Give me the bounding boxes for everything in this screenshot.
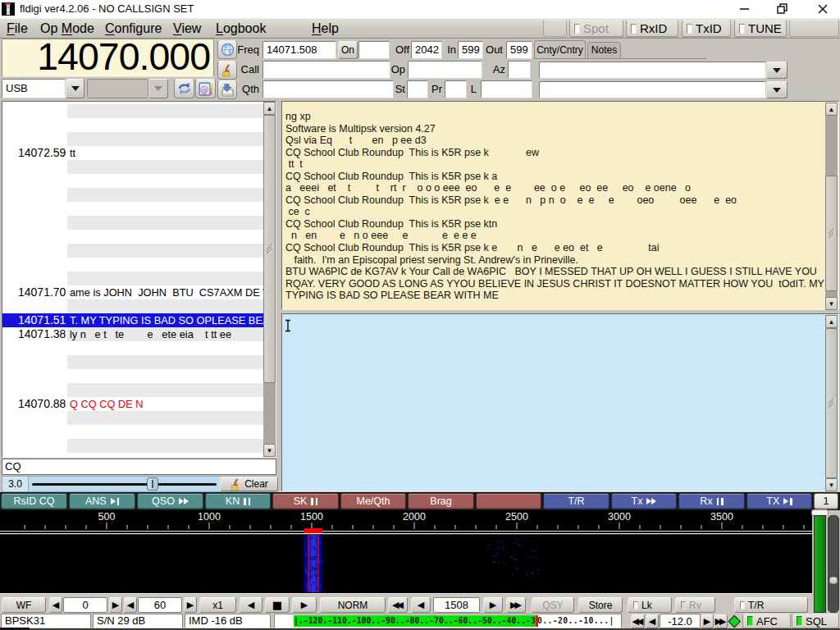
vfo-frequency-display[interactable]: 14070.000: [2, 39, 214, 77]
qth-input[interactable]: [262, 80, 394, 98]
macro-blank-button[interactable]: [476, 493, 541, 509]
carrier-frequency-value[interactable]: 1508: [433, 597, 480, 613]
mode-combo[interactable]: USB: [2, 79, 66, 98]
txid-button[interactable]: TxID: [682, 20, 731, 37]
macro-set-button[interactable]: 1: [814, 493, 838, 509]
time-off-input[interactable]: 2042: [411, 41, 442, 59]
offset-down-button[interactable]: ◀: [646, 614, 659, 628]
browser-scrollbar[interactable]: ▲▼: [263, 102, 276, 457]
browser-row[interactable]: 14071.51T. MY TYPING IS BAD SO OPLEASE B…: [2, 313, 265, 327]
macro-tx-button[interactable]: Tx: [611, 493, 677, 509]
restore-button[interactable]: [771, 0, 796, 18]
scroll-left-button[interactable]: ◀: [240, 597, 262, 613]
lock-button[interactable]: Lk: [628, 597, 672, 613]
range-down-button[interactable]: ◀: [124, 597, 137, 613]
logbook-dialog-button[interactable]: @: [195, 79, 216, 98]
offset-value[interactable]: -12.0: [660, 614, 701, 628]
rst-out-input[interactable]: 599: [506, 41, 532, 59]
time-on-input[interactable]: [358, 41, 390, 59]
carrier-up-button[interactable]: ▶: [483, 597, 503, 613]
st-input[interactable]: [407, 80, 428, 98]
scroll-up-button[interactable]: ▲: [263, 102, 276, 115]
wf-mode-button[interactable]: WF: [2, 597, 46, 613]
afc-button[interactable]: AFC: [742, 614, 791, 628]
menu-logbook[interactable]: Logbook: [216, 19, 266, 38]
menu-file[interactable]: File: [7, 19, 28, 38]
menu-help[interactable]: Help: [312, 19, 339, 38]
signal-browser[interactable]: 14072.59tt14071.70ame is JOHN JOHN BTU C…: [2, 101, 276, 458]
rxid-button[interactable]: RxID: [626, 20, 678, 37]
sync-xml-button[interactable]: [174, 79, 194, 98]
scroll-right-button[interactable]: ▶: [292, 597, 317, 613]
call-input[interactable]: [262, 61, 390, 79]
level-down-button[interactable]: ◀: [49, 597, 62, 613]
wf-speed-button[interactable]: NORM: [320, 597, 386, 613]
macro-rsid-cq-button[interactable]: RsID CQ: [1, 493, 67, 509]
notes-combo-arrow[interactable]: [766, 81, 788, 98]
close-button[interactable]: [810, 0, 835, 18]
sql-button[interactable]: SQL: [792, 614, 839, 628]
minimize-button[interactable]: [732, 0, 756, 18]
center-button[interactable]: ■: [265, 597, 290, 613]
pr-input[interactable]: [445, 80, 467, 98]
notes-combo[interactable]: [539, 81, 766, 98]
time-on-button[interactable]: On: [338, 41, 358, 59]
scroll-up-button[interactable]: ▲: [825, 315, 838, 328]
browser-row[interactable]: 14072.59tt: [2, 146, 265, 160]
tab-cnty-cntry[interactable]: Cnty/Cntry: [534, 40, 586, 59]
macro-tx-button[interactable]: TX: [746, 493, 812, 509]
az-input[interactable]: [508, 61, 531, 79]
tune-button[interactable]: TUNE: [734, 20, 787, 37]
macro-sk-button[interactable]: SK: [272, 493, 339, 509]
offset-coarse-up-button[interactable]: ▶▶: [714, 614, 728, 628]
store-button[interactable]: Store: [578, 597, 623, 613]
range-value[interactable]: 60: [138, 597, 182, 613]
rx-text-panel[interactable]: ng xp Software is Multipsk version 4.27 …: [281, 101, 839, 310]
rst-in-input[interactable]: 599: [458, 41, 483, 59]
scroll-up-button[interactable]: ▲: [825, 103, 838, 116]
scroll-down-button[interactable]: ▼: [825, 478, 838, 491]
tx-scrollbar[interactable]: ▲▼: [825, 315, 838, 491]
carrier-coarse-down-button[interactable]: ◀◀: [388, 597, 408, 613]
browser-row[interactable]: 14071.38ly n e t te e ete eia t tt ee: [2, 327, 265, 341]
macro-ans-button[interactable]: ANS: [69, 493, 135, 509]
scroll-down-button[interactable]: ▼: [825, 297, 838, 310]
upper-level-value[interactable]: 0: [63, 597, 107, 613]
mode-status[interactable]: BPSK31: [1, 614, 91, 628]
mode-combo-arrow[interactable]: [66, 79, 84, 98]
macro-me-qth-button[interactable]: Me/Qth: [340, 493, 406, 509]
scrollbar-thumb[interactable]: [263, 115, 276, 383]
browser-clear-button[interactable]: Clear: [220, 477, 278, 491]
op-input[interactable]: [408, 61, 482, 79]
carrier-down-button[interactable]: ◀: [411, 597, 431, 613]
bandwidth-combo-arrow[interactable]: [148, 79, 168, 98]
squelch-slider-handle[interactable]: [829, 577, 838, 584]
browser-row[interactable]: 14071.70ame is JOHN JOHN BTU CS7AXM DE W: [2, 285, 265, 299]
browser-row[interactable]: 14070.88Q CQ CQ DE N: [2, 397, 265, 411]
macro-brag-button[interactable]: Brag: [408, 493, 474, 509]
tab-notes[interactable]: Notes: [587, 42, 621, 59]
waterfall-canvas[interactable]: 500100015002000250030003500: [0, 510, 812, 593]
carrier-coarse-up-button[interactable]: ▶▶: [506, 597, 526, 613]
zoom-button[interactable]: x1: [199, 597, 236, 613]
txrx-button[interactable]: T/R: [734, 597, 808, 613]
waterfall-display[interactable]: 500100015002000250030003500: [0, 510, 812, 593]
browser-squelch-handle[interactable]: [147, 477, 158, 491]
macro-kn-button[interactable]: KN: [205, 493, 271, 509]
scroll-down-button[interactable]: ▼: [263, 444, 276, 457]
loc-input[interactable]: [481, 80, 532, 98]
range-up-button[interactable]: ▶: [184, 597, 197, 613]
scrollbar-thumb[interactable]: [825, 176, 838, 291]
offset-coarse-down-button[interactable]: ◀◀: [631, 614, 645, 628]
log-freq-input[interactable]: 14071.508: [262, 41, 336, 59]
macro-qso-button[interactable]: QSO: [137, 493, 203, 509]
country-combo-arrow[interactable]: [766, 62, 788, 79]
offset-up-button[interactable]: ▶: [701, 614, 714, 628]
rx-scrollbar[interactable]: ▲▼: [825, 103, 838, 310]
squelch-slider[interactable]: [828, 515, 839, 613]
macro-t-r-button[interactable]: T/R: [543, 493, 609, 509]
tx-text-panel[interactable]: ▲▼: [281, 313, 839, 491]
level-up-button[interactable]: ▶: [109, 597, 122, 613]
macro-rx-button[interactable]: Rx: [678, 493, 745, 509]
browser-squelch-slider[interactable]: [32, 483, 217, 486]
